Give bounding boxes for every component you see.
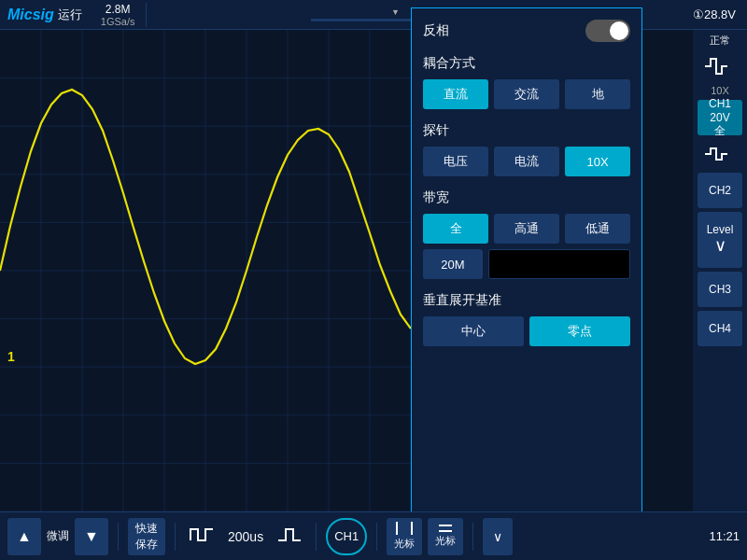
clock-display: 11:21 [709, 529, 740, 543]
bandwidth-block: 2.8M 1GSa/s [90, 3, 148, 27]
probe-current-button[interactable]: 电流 [494, 147, 559, 176]
divider-2 [175, 523, 176, 551]
more-button[interactable]: ∨ [483, 518, 513, 555]
ch1-indicator[interactable]: CH1 [326, 518, 367, 555]
fine-down-button[interactable]: ▼ [75, 518, 108, 555]
vexpand-zero-button[interactable]: 零点 [529, 316, 630, 346]
probe-10x-button[interactable]: 10X [565, 147, 630, 176]
ch1-indicator-label: CH1 [334, 529, 359, 543]
time-base-bottom: 200us [224, 529, 267, 544]
brand-section: Micsig 运行 [0, 7, 90, 23]
sample-rate: 1GSa/s [101, 16, 135, 27]
save-button[interactable]: 快速 保存 [128, 518, 165, 555]
ch3-label: CH3 [709, 283, 731, 296]
cursor1-button[interactable]: 光标 [387, 518, 422, 555]
ch1-extra: 全 [714, 124, 726, 137]
right-sidebar: 正常 10X CH1 20V 全 CH2 Level ∨ CH3 CH4 [693, 30, 747, 511]
divider-1 [118, 523, 119, 551]
waveform-icon-top [698, 51, 742, 81]
ch4-label: CH4 [709, 322, 731, 335]
cursor-hline1 [439, 525, 452, 526]
level-label: Level [707, 223, 734, 236]
voltage-display: ①28.8V [682, 7, 747, 21]
vexpand-label: 垂直展开基准 [423, 292, 630, 309]
vexpand-center-button[interactable]: 中心 [423, 316, 524, 346]
bw-value-button[interactable]: 20M [423, 249, 483, 279]
chevron-down-icon: ∨ [493, 529, 502, 544]
ch2-label: CH2 [709, 184, 731, 197]
ch2-button[interactable]: CH2 [698, 173, 742, 208]
cursor1-icon [396, 522, 413, 535]
ch1-button[interactable]: CH1 20V 全 [698, 100, 742, 135]
bw-input-field[interactable] [488, 249, 630, 279]
probe-buttons: 电压 电流 10X [423, 147, 630, 176]
bottom-bar: ▲ 微调 ▼ 快速 保存 200us CH1 光标 [0, 511, 747, 560]
level-button[interactable]: Level ∨ [698, 212, 742, 268]
scope-status: 正常 [710, 34, 730, 48]
bw-lowpass-button[interactable]: 低通 [565, 214, 630, 244]
ch4-button[interactable]: CH4 [698, 311, 742, 346]
sidebar-10x-label: 10X [711, 85, 729, 96]
brand-logo: Micsig [7, 7, 54, 23]
bw-highpass-button[interactable]: 高通 [494, 214, 559, 244]
probe-row: 探针 电压 电流 10X [423, 122, 630, 176]
invert-row: 反相 [423, 20, 630, 42]
vexpand-row: 垂直展开基准 中心 零点 [423, 292, 630, 346]
cursor2-button[interactable]: 光标 [428, 518, 463, 555]
run-status: 运行 [58, 7, 82, 23]
cursor2-label: 光标 [435, 534, 456, 548]
vexpand-buttons: 中心 零点 [423, 316, 630, 346]
voltage-value: ①28.8V [693, 7, 736, 21]
settings-panel: 反相 耦合方式 直流 交流 地 探针 电压 电流 10X 带宽 全 高通 低通 … [411, 7, 642, 553]
toggle-knob [610, 21, 628, 40]
save-label-line1: 快速 [135, 521, 158, 537]
bw-full-button[interactable]: 全 [423, 214, 488, 244]
chevron-down-icon: ∨ [714, 236, 726, 257]
coupling-gnd-button[interactable]: 地 [565, 79, 630, 109]
waveform-icon-bottom [698, 139, 742, 169]
invert-label: 反相 [423, 22, 449, 39]
cursor-hline2 [439, 530, 452, 532]
squarewave-right-icon [273, 522, 306, 552]
coupling-row: 耦合方式 直流 交流 地 [423, 55, 630, 109]
waveform-display: 1 [0, 30, 411, 511]
divider-5 [472, 523, 473, 551]
coupling-label: 耦合方式 [423, 55, 630, 72]
coupling-buttons: 直流 交流 地 [423, 79, 630, 109]
save-label-line2: 保存 [135, 537, 158, 553]
invert-toggle[interactable] [585, 20, 630, 42]
coupling-dc-button[interactable]: 直流 [423, 79, 488, 109]
fine-label: 微调 [47, 528, 69, 544]
cursor2-icon [439, 525, 452, 532]
bandwidth-value: 2.8M [106, 3, 131, 16]
cursor-vline2 [411, 522, 413, 535]
cursor1-label: 光标 [394, 537, 415, 551]
squarewave-left-icon [185, 522, 218, 552]
cursor-vline1 [396, 522, 398, 535]
coupling-ac-button[interactable]: 交流 [494, 79, 559, 109]
bw-extra-row: 20M [423, 249, 630, 279]
ch1-label: CH1 [709, 97, 731, 110]
bw-buttons: 全 高通 低通 [423, 214, 630, 244]
probe-voltage-button[interactable]: 电压 [423, 147, 488, 176]
ch1-voltage: 20V [710, 111, 729, 124]
bandwidth-label: 带宽 [423, 189, 630, 206]
ch3-button[interactable]: CH3 [698, 272, 742, 307]
fine-up-button[interactable]: ▲ [7, 518, 41, 555]
ch1-marker: 1 [7, 349, 15, 364]
probe-label: 探针 [423, 122, 630, 139]
bandwidth-row: 带宽 全 高通 低通 20M [423, 189, 630, 279]
divider-4 [376, 523, 377, 551]
divider-3 [316, 523, 317, 551]
